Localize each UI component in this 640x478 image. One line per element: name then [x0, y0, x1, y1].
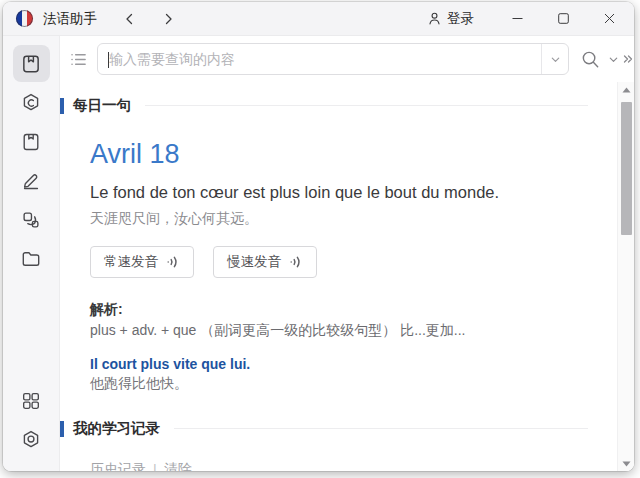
- chevron-left-icon: [124, 13, 136, 25]
- sidebar-item-dictionary[interactable]: [13, 45, 50, 82]
- speaker-waves-icon: [289, 255, 303, 269]
- history-row: 历史记录 | 清除: [90, 461, 588, 471]
- scroll-up-button[interactable]: [618, 82, 635, 97]
- nav-forward-button[interactable]: [153, 4, 183, 34]
- vertical-scrollbar: [617, 82, 634, 471]
- example-chinese: 他跑得比他快。: [90, 375, 588, 393]
- person-icon: [427, 11, 442, 26]
- search-options-button[interactable]: [608, 54, 619, 65]
- app-title: 法语助手: [43, 10, 97, 28]
- french-sentence: Le fond de ton cœur est plus loin que le…: [90, 183, 588, 202]
- speaker-waves-icon: [166, 255, 180, 269]
- sidebar-item-encyclopedia[interactable]: [13, 84, 50, 121]
- chevron-down-icon: [608, 54, 619, 65]
- titlebar-controls: 登录: [421, 2, 634, 35]
- chevron-down-icon: [550, 54, 561, 65]
- hexagon-c-icon: [20, 92, 42, 114]
- sidebar-item-convert-cards[interactable]: [13, 201, 50, 238]
- login-label: 登录: [447, 10, 474, 28]
- more-tools-button[interactable]: [622, 53, 634, 65]
- slow-speed-pronounce-button[interactable]: 慢速发音: [213, 246, 317, 278]
- sidebar-item-notes[interactable]: [13, 162, 50, 199]
- sidebar-item-folder[interactable]: [13, 240, 50, 277]
- text-caret: [108, 52, 109, 68]
- apps-grid-icon: [20, 390, 42, 412]
- analysis-text: plus + adv. + que （副词更高一级的比较级句型） 比...更加.…: [90, 322, 588, 340]
- daily-sentence-header: 每日一句: [60, 96, 588, 115]
- history-link[interactable]: 历史记录: [90, 461, 146, 471]
- section-title: 我的学习记录: [73, 419, 160, 438]
- slow-speed-label: 慢速发音: [227, 253, 281, 271]
- sidebar: [3, 36, 60, 471]
- sidebar-item-settings[interactable]: [13, 421, 50, 458]
- scroll-down-button[interactable]: [618, 456, 635, 471]
- normal-speed-label: 常速发音: [104, 253, 158, 271]
- history-separator: |: [153, 462, 157, 471]
- divider-line: [145, 105, 588, 106]
- search-row: [60, 36, 634, 82]
- folder-icon: [20, 248, 42, 270]
- triangle-up-icon: [622, 87, 631, 93]
- triangle-down-icon: [622, 461, 631, 467]
- content-area: 每日一句 Avril 18 Le fond de ton cœur est pl…: [60, 82, 634, 471]
- sidebar-item-apps[interactable]: [13, 382, 50, 419]
- app-body: 每日一句 Avril 18 Le fond de ton cœur est pl…: [3, 36, 634, 471]
- app-window: 法语助手 登录: [3, 2, 634, 471]
- accent-bar: [60, 421, 64, 437]
- search-input[interactable]: [98, 44, 541, 74]
- chinese-translation: 天涯咫尺间，汝心何其远。: [90, 210, 588, 228]
- minimize-button[interactable]: [494, 2, 540, 35]
- example-french: Il court plus vite que lui.: [90, 356, 588, 372]
- nav-back-button[interactable]: [115, 4, 145, 34]
- pen-icon: [20, 170, 42, 192]
- app-logo-french-flag-icon: [16, 10, 33, 27]
- titlebar: 法语助手 登录: [3, 2, 634, 36]
- login-button[interactable]: 登录: [421, 2, 480, 35]
- analysis-label: 解析:: [90, 301, 588, 319]
- daily-sentence-body: Avril 18 Le fond de ton cœur est plus lo…: [90, 139, 588, 393]
- list-icon: [69, 50, 88, 69]
- scrollbar-thumb[interactable]: [621, 102, 632, 235]
- dictionary-book-icon: [20, 53, 42, 75]
- daily-date: Avril 18: [90, 139, 588, 170]
- close-button[interactable]: [586, 2, 632, 35]
- clear-history-link[interactable]: 清除: [164, 461, 192, 471]
- maximize-button[interactable]: [540, 2, 586, 35]
- minimize-icon: [512, 13, 523, 24]
- wordlist-button[interactable]: [68, 49, 88, 69]
- main-panel: 每日一句 Avril 18 Le fond de ton cœur est pl…: [60, 36, 634, 471]
- pronounce-buttons: 常速发音 慢速发音: [90, 246, 588, 278]
- divider-line: [174, 428, 588, 429]
- search-history-dropdown-button[interactable]: [541, 44, 568, 74]
- scrollbar-track[interactable]: [618, 97, 634, 456]
- normal-speed-pronounce-button[interactable]: 常速发音: [90, 246, 194, 278]
- chevron-right-icon: [162, 13, 174, 25]
- section-title: 每日一句: [73, 96, 131, 115]
- maximize-icon: [558, 13, 569, 24]
- search-button[interactable]: [580, 49, 601, 70]
- search-icon: [580, 49, 601, 70]
- accent-bar: [60, 98, 64, 114]
- study-records-header: 我的学习记录: [60, 419, 588, 438]
- sidebar-item-textbook[interactable]: [13, 123, 50, 160]
- double-chevron-right-icon: [622, 53, 634, 65]
- search-box: [97, 43, 569, 75]
- close-icon: [604, 13, 615, 24]
- settings-icon: [20, 429, 42, 451]
- convert-cards-icon: [20, 209, 42, 231]
- textbook-icon: [20, 131, 42, 153]
